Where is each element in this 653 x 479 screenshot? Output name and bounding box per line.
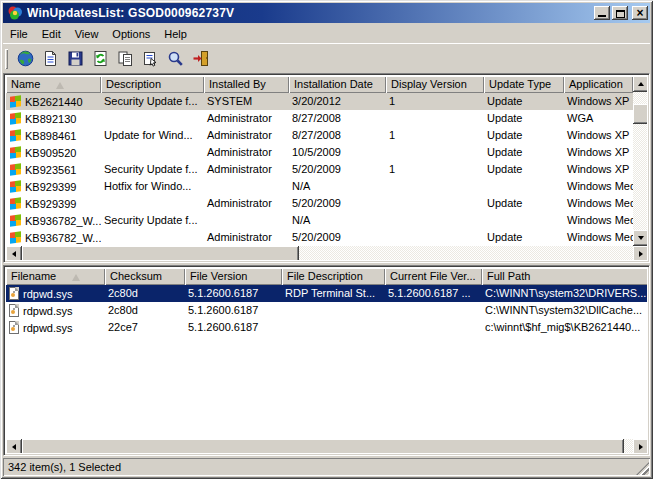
horizontal-scroll-thumb[interactable] — [22, 246, 299, 260]
menu-options[interactable]: Options — [105, 26, 157, 42]
web-globe-icon — [17, 50, 34, 67]
cell-installation-date: 5/20/2009 — [289, 161, 386, 178]
table-row[interactable]: KB898461 Update for Wind... Administrato… — [6, 127, 633, 144]
menu-edit[interactable]: Edit — [35, 26, 68, 42]
arrow-down-icon — [638, 236, 644, 240]
scroll-up-button[interactable] — [633, 76, 647, 92]
column-header-description[interactable]: Description — [101, 76, 204, 93]
column-header-installed-by[interactable]: Installed By — [204, 76, 289, 93]
table-row[interactable]: KB936782_W... Administrator 5/20/2009 Up… — [6, 229, 633, 246]
scroll-right-button[interactable] — [633, 246, 647, 260]
scroll-left-button[interactable] — [6, 246, 22, 260]
cell-display-version — [386, 178, 484, 195]
cell-display-version — [386, 144, 484, 161]
cell-installed-by: Administrator — [204, 229, 289, 246]
scroll-right-button[interactable] — [633, 439, 647, 453]
updates-rows: KB2621440 Security Update f... SYSTEM 3/… — [6, 93, 633, 246]
cell-installed-by: Administrator — [204, 127, 289, 144]
cell-installed-by — [204, 178, 289, 195]
copy-button[interactable] — [113, 47, 138, 71]
menu-help[interactable]: Help — [157, 26, 194, 42]
scroll-left-button[interactable] — [6, 439, 22, 453]
cell-description — [101, 195, 204, 212]
exit-icon — [192, 50, 209, 67]
column-header-full-path[interactable]: Full Path — [482, 268, 647, 285]
app-window: WinUpdatesList: GSOD000962737V × File Ed… — [0, 0, 653, 479]
cell-checksum: 22ce7 — [105, 319, 185, 336]
cell-update-type: Update — [484, 127, 564, 144]
table-row[interactable]: KB929399 Hotfix for Windo... N/A Windows… — [6, 178, 633, 195]
column-header-filename[interactable]: Filename — [6, 268, 105, 285]
close-button[interactable]: × — [632, 6, 648, 20]
scroll-down-button[interactable] — [633, 230, 647, 246]
files-horizontal-scrollbar[interactable] — [6, 439, 647, 453]
windows-flag-icon — [10, 163, 21, 176]
system-file-icon — [9, 287, 19, 300]
properties-button[interactable] — [138, 47, 163, 71]
column-header-installation-date[interactable]: Installation Date — [289, 76, 386, 93]
table-row[interactable]: rdpwd.sys 2c80d 5.1.2600.6187 RDP Termin… — [6, 285, 647, 302]
updates-horizontal-scrollbar[interactable] — [6, 246, 647, 260]
files-rows: rdpwd.sys 2c80d 5.1.2600.6187 RDP Termin… — [6, 285, 647, 336]
windows-flag-icon — [10, 180, 21, 193]
cell-application: Windows Med — [564, 178, 633, 195]
column-header-file-description[interactable]: File Description — [282, 268, 385, 285]
table-row[interactable]: KB936782_W... Security Update f... N/A W… — [6, 212, 633, 229]
minimize-button[interactable] — [594, 6, 610, 20]
column-header-checksum[interactable]: Checksum — [105, 268, 185, 285]
table-row[interactable]: KB929399 Administrator 5/20/2009 Update … — [6, 195, 633, 212]
arrow-right-icon — [639, 251, 643, 257]
cell-display-version: 1 — [386, 127, 484, 144]
windows-flag-icon — [10, 95, 21, 108]
column-header-file-version[interactable]: File Version — [185, 268, 282, 285]
system-file-icon — [9, 321, 19, 334]
column-header-display-version[interactable]: Display Version — [386, 76, 484, 93]
table-row[interactable]: KB2621440 Security Update f... SYSTEM 3/… — [6, 93, 633, 110]
report-button[interactable] — [38, 47, 63, 71]
maximize-button[interactable] — [612, 6, 628, 20]
cell-display-version — [386, 110, 484, 127]
find-button[interactable] — [163, 47, 188, 71]
cell-application: Windows Med — [564, 212, 633, 229]
vertical-scroll-thumb[interactable] — [633, 104, 647, 124]
cell-installed-by: SYSTEM — [204, 93, 289, 110]
exit-button[interactable] — [188, 47, 213, 71]
save-button[interactable] — [63, 47, 88, 71]
table-row[interactable]: KB923561 Security Update f... Administra… — [6, 161, 633, 178]
cell-application: Windows XP — [564, 161, 633, 178]
arrow-right-icon — [639, 444, 643, 450]
cell-full-path: C:\WINNT\system32\DllCache... — [482, 302, 647, 319]
cell-name: KB923561 — [6, 161, 101, 178]
table-row[interactable]: rdpwd.sys 22ce7 5.1.2600.6187 c:\winnt\$… — [6, 319, 647, 336]
toolbar — [3, 43, 650, 73]
title-bar[interactable]: WinUpdatesList: GSOD000962737V × — [3, 3, 650, 23]
files-table: Filename Checksum File Version File Desc… — [3, 265, 650, 456]
status-bar: 342 item(s), 1 Selected — [3, 456, 650, 476]
table-row[interactable]: KB909520 Administrator 10/5/2009 Update … — [6, 144, 633, 161]
toolbar-grip[interactable] — [5, 49, 8, 69]
refresh-button[interactable] — [88, 47, 113, 71]
cell-application: Windows Med — [564, 229, 633, 246]
updates-vertical-scrollbar[interactable] — [633, 76, 647, 246]
table-row[interactable]: KB892130 Administrator 8/27/2008 Update … — [6, 110, 633, 127]
cell-installation-date: 5/20/2009 — [289, 229, 386, 246]
column-header-update-type[interactable]: Update Type — [484, 76, 564, 93]
menu-view[interactable]: View — [68, 26, 106, 42]
web-globe-button[interactable] — [13, 47, 38, 71]
column-header-name[interactable]: Name — [6, 76, 101, 93]
table-row[interactable]: rdpwd.sys 2c80d 5.1.2600.6187 C:\WINNT\s… — [6, 302, 647, 319]
cell-name: KB898461 — [6, 127, 101, 144]
updates-header-row: Name Description Installed By Installati… — [6, 76, 647, 93]
cell-current-file-version — [385, 319, 482, 336]
cell-file-description: RDP Terminal St... — [282, 285, 385, 302]
windows-flag-icon — [10, 197, 21, 210]
cell-file-version: 5.1.2600.6187 — [185, 319, 282, 336]
column-header-application[interactable]: Application — [564, 76, 633, 93]
cell-installation-date: 5/20/2009 — [289, 195, 386, 212]
cell-update-type: Update — [484, 229, 564, 246]
menu-file[interactable]: File — [3, 26, 35, 42]
cell-filename: rdpwd.sys — [6, 285, 105, 302]
horizontal-scroll-thumb[interactable] — [22, 439, 624, 453]
column-header-current-file-version[interactable]: Current File Ver... — [385, 268, 482, 285]
cell-filename: rdpwd.sys — [6, 319, 105, 336]
